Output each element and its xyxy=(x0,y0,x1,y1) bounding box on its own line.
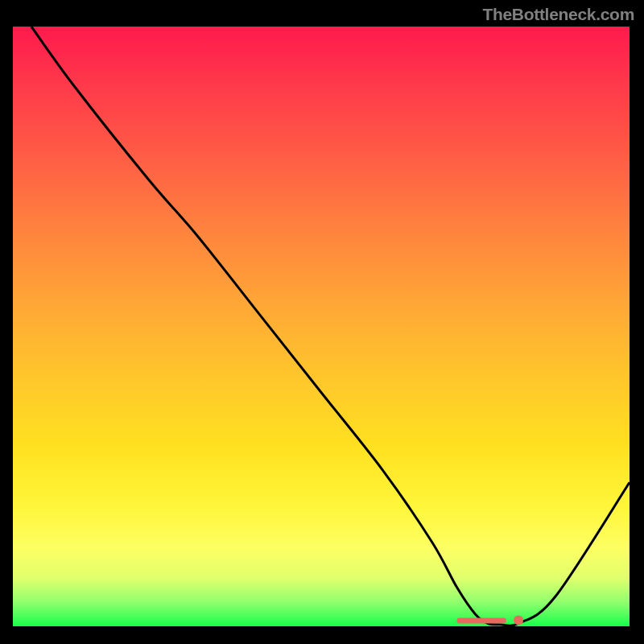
chart-marker-bar xyxy=(457,618,506,624)
chart-svg xyxy=(13,27,630,626)
chart-curve xyxy=(31,27,630,625)
plot-area xyxy=(13,27,630,626)
chart-marker-point xyxy=(514,616,523,625)
watermark-text: TheBottleneck.com xyxy=(482,5,634,24)
